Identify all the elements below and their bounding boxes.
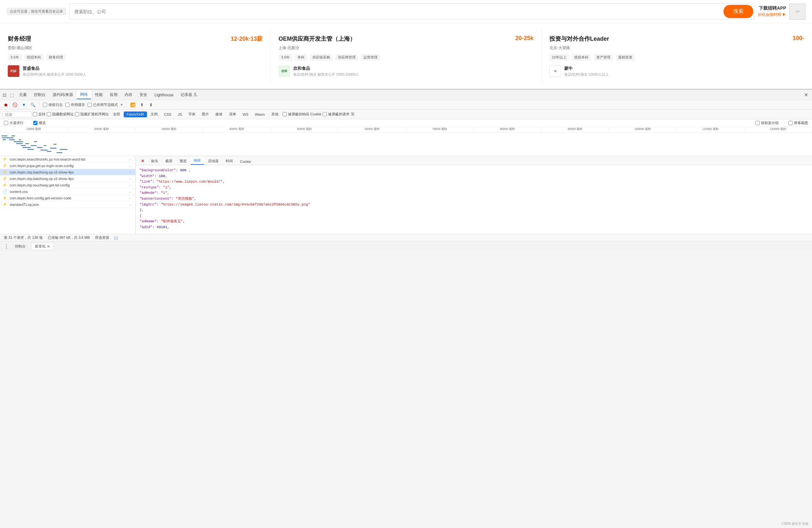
rp-tab-initiator[interactable]: 启动器: [205, 157, 222, 165]
clear-button[interactable]: 🚫: [12, 101, 18, 108]
wifi-icon[interactable]: 📶: [130, 101, 136, 108]
tab-recorder[interactable]: 记录器 几: [177, 91, 200, 99]
tab-application[interactable]: 应用: [106, 91, 121, 99]
network-item-6[interactable]: ⚡ com.liepin.feim.config.get-version-cod…: [0, 195, 135, 201]
bottom-tab-new-changes[interactable]: 新变化 ✕: [31, 243, 54, 250]
filter-other[interactable]: 其他: [269, 111, 281, 118]
invert-checkbox[interactable]: 反转: [33, 112, 45, 117]
rp-tab-cookies[interactable]: Cookie: [237, 158, 254, 165]
back-hint[interactable]: 点击可后退，按住可查看历史记录: [6, 8, 66, 15]
network-item-4[interactable]: ⚡ com.liepin.cbp.touchway.get-tel-config…: [0, 182, 135, 188]
company-info-0: PSF 普盛食品 食品/饮料/酒水 融资未公开 2000-5000人: [8, 65, 263, 77]
tag-1-3: 供应商管理: [335, 54, 358, 61]
rp-tab-response[interactable]: 响应: [191, 157, 204, 165]
tab-security[interactable]: 安全: [136, 91, 150, 99]
group-by-frame-option[interactable]: 按框架分组: [755, 120, 779, 125]
rp-tab-timing[interactable]: 时间: [222, 157, 236, 165]
throttle-dropdown-icon[interactable]: ▾: [120, 102, 123, 107]
hide-ext-urls-checkbox[interactable]: 隐藏扩展程序网址: [75, 112, 109, 117]
filter-font[interactable]: 字体: [185, 111, 198, 118]
close-detail-button[interactable]: ✕: [138, 157, 147, 165]
network-item-0[interactable]: ⚡ com.liepin.searchfront4c.pc-hot-search…: [0, 156, 135, 162]
tab-sources[interactable]: 源代码/来源: [49, 91, 76, 99]
tag-1-0: 3-5年: [278, 54, 292, 61]
bottom-tab-close-icon[interactable]: ✕: [47, 244, 50, 249]
devtools-elements-icon[interactable]: ⊡: [1, 91, 8, 99]
filter-doc[interactable]: 文档: [148, 111, 161, 118]
filter-img[interactable]: 图片: [199, 111, 212, 118]
filter-ws[interactable]: WS: [240, 112, 251, 117]
blocked-response-checkbox[interactable]: 被屏蔽的响应 Cookie: [282, 112, 321, 117]
disable-cache-input[interactable]: [65, 103, 70, 107]
filter-icon[interactable]: ▼: [21, 101, 27, 108]
bottom-tab-console[interactable]: 控制台: [12, 243, 29, 250]
rp-tab-headers[interactable]: 标头: [148, 157, 161, 165]
preserve-log-input[interactable]: [43, 103, 47, 107]
filter-css[interactable]: CSS: [161, 112, 174, 117]
devtools-panel: ⊡ ⬚ 元素 控制台 源代码/来源 网络 性能 应用 内存 安全 Lightho…: [0, 89, 812, 241]
network-item-5[interactable]: 📄 content.css -: [0, 188, 135, 195]
tab-elements[interactable]: 元素: [16, 91, 30, 99]
braces-icon[interactable]: { }: [114, 236, 118, 240]
tab-lighthouse[interactable]: Lighthouse: [151, 91, 177, 99]
network-item-7[interactable]: ⚡ standardTLog.json -: [0, 201, 135, 208]
overview-option[interactable]: 概览: [33, 120, 46, 125]
bottom-bar: ⋮ 控制台 新变化 ✕: [0, 241, 812, 252]
filter-media[interactable]: 媒体: [213, 111, 226, 118]
network-item-icon-0: ⚡: [3, 157, 7, 161]
tab-memory[interactable]: 内存: [121, 91, 136, 99]
tab-console[interactable]: 控制台: [31, 91, 49, 99]
response-panel: ✕ 标头 载荷 预览 响应 启动器 时间 Cookie "backgroundC…: [136, 156, 812, 234]
network-item-1[interactable]: ⚡ com.liepin.pupa.get-pc-login-scan-conf…: [0, 162, 135, 169]
filter-wasm[interactable]: Wasm: [252, 112, 268, 117]
split-panel: ⚡ com.liepin.searchfront4c.pc-hot-search…: [0, 156, 812, 234]
bottom-menu-icon[interactable]: ⋮: [4, 243, 9, 249]
filter-manifest[interactable]: 清单: [226, 111, 239, 118]
download-icon[interactable]: ⬇: [148, 101, 154, 108]
upload-icon[interactable]: ⬆: [139, 101, 145, 108]
job-card-1[interactable]: OEM供应商开发主管（上海） 20-25k 上海-北新泾 3-5年 本科 供应链…: [271, 30, 541, 82]
record-button[interactable]: ⏺: [3, 101, 9, 108]
search-button[interactable]: 搜索: [724, 5, 753, 18]
hide-data-urls-checkbox[interactable]: 隐藏数据网址: [47, 112, 74, 117]
job-location-2: 北京-大望路: [549, 45, 804, 51]
network-item-2[interactable]: ⚡ com.liepin.cbp.baizhong.op.v2-show-4pc…: [0, 169, 135, 175]
network-item-dash-0: -: [128, 157, 133, 161]
filter-input[interactable]: [3, 112, 32, 117]
tab-network[interactable]: 网络: [77, 90, 91, 99]
status-bar: 第 31 个请求，共 138 项 已传输 987 kB，共 3.6 MB 所选资…: [0, 234, 812, 241]
devtools-tab-bar: ⊡ ⬚ 元素 控制台 源代码/来源 网络 性能 应用 内存 安全 Lightho…: [0, 90, 812, 100]
rp-tab-preview[interactable]: 预览: [176, 157, 190, 165]
tab-performance[interactable]: 性能: [92, 91, 106, 99]
search-input[interactable]: [70, 6, 722, 17]
filter-fetch-xhr[interactable]: Fetch/XHR: [124, 112, 147, 117]
json-line-9: "adName": "职伴服务五",: [140, 219, 808, 225]
more-filters[interactable]: 策: [351, 112, 354, 117]
filter-js[interactable]: JS: [175, 112, 185, 117]
throttle-input[interactable]: [88, 103, 92, 107]
job-card-2[interactable]: 投资与对外合作Leader 100- 北京-大望路 10年以上 统招本科 资产管…: [542, 30, 812, 82]
devtools-close-button[interactable]: ✕: [801, 90, 811, 99]
large-rows-option[interactable]: 大请求行: [4, 120, 24, 125]
preserve-log-checkbox[interactable]: 保留日志: [43, 102, 63, 107]
screenshot-option[interactable]: 屏幕截图: [788, 120, 808, 125]
throttle-checkbox[interactable]: 已停用节流模式: [88, 102, 118, 107]
timeline-bars: [0, 133, 812, 156]
rp-tab-payload[interactable]: 载荷: [162, 157, 176, 165]
company-logo-2: 🐄: [549, 65, 561, 77]
selected-resource: 所选资源: [95, 235, 109, 240]
network-item-3[interactable]: ⚡ com.liepin.cbp.baizhong.op.v2-show-4pc…: [0, 175, 135, 182]
filter-all[interactable]: 全部: [110, 111, 123, 118]
network-item-icon-5: 📄: [3, 189, 7, 194]
disable-cache-checkbox[interactable]: 停用缓存: [65, 102, 85, 107]
tick-7: 80000 毫秒: [474, 127, 542, 132]
job-card-0[interactable]: 财务经理 12-20k·13薪 贵阳-观山湖区 3-5年 统招本科 财务经理 P…: [0, 30, 271, 82]
devtools-inspect-icon[interactable]: ⬚: [9, 91, 15, 99]
app-sub[interactable]: 好机会随时聊 ▶: [758, 12, 786, 17]
network-item-dash-7: -: [128, 203, 133, 206]
json-line-0: "backgroundColor": 000 ,: [140, 168, 808, 173]
json-line-7: },: [140, 208, 808, 213]
search-icon[interactable]: 🔍: [30, 101, 36, 108]
blocked-requests-checkbox[interactable]: 被屏蔽的请求: [323, 112, 349, 117]
tick-6: 70000 毫秒: [406, 127, 474, 132]
